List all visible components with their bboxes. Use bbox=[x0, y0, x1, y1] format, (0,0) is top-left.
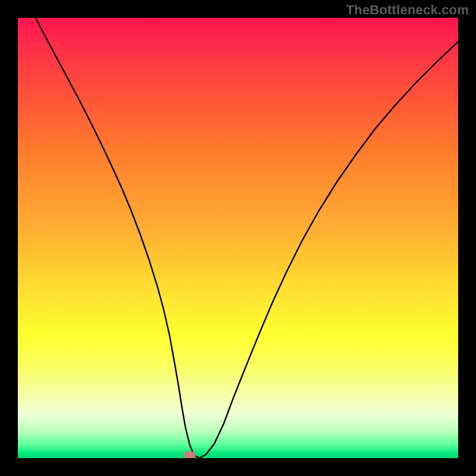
watermark-text: TheBottleneck.com bbox=[346, 2, 469, 18]
plot-area bbox=[18, 18, 458, 458]
minimum-marker bbox=[184, 452, 196, 458]
chart-frame: TheBottleneck.com bbox=[0, 0, 476, 476]
bottleneck-curve bbox=[18, 18, 458, 458]
